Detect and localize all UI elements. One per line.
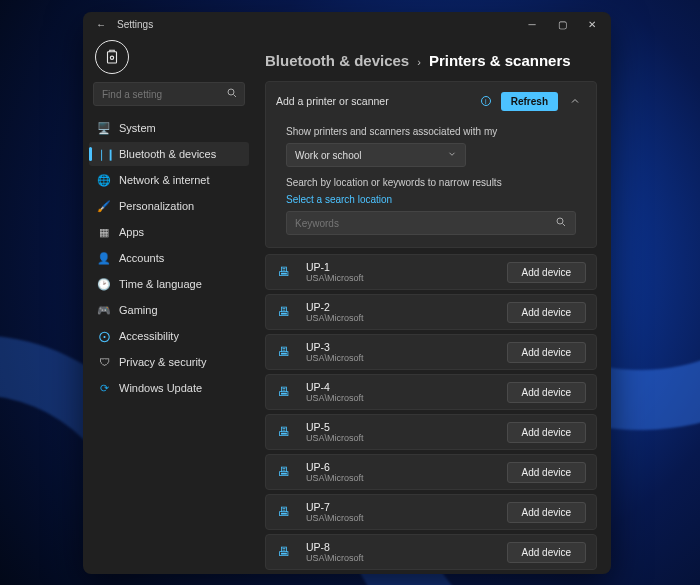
printer-icon: 🖶: [278, 545, 296, 559]
sidebar-item-windows-update[interactable]: ⟳Windows Update: [89, 376, 249, 400]
collapse-icon[interactable]: [564, 90, 586, 112]
sidebar-item-network-internet[interactable]: 🌐Network & internet: [89, 168, 249, 192]
nav-icon: 🛡: [97, 356, 111, 368]
sidebar-item-accessibility[interactable]: ⨀Accessibility: [89, 324, 249, 348]
add-printer-panel: Add a printer or scanner i Refresh Show …: [265, 81, 597, 248]
svg-rect-0: [108, 52, 117, 63]
add-device-button[interactable]: Add device: [507, 262, 586, 283]
add-printer-label: Add a printer or scanner: [276, 95, 389, 107]
nav-label: Privacy & security: [119, 356, 206, 368]
search-icon: [226, 87, 238, 101]
device-name: UP-7: [306, 501, 364, 513]
sidebar-item-apps[interactable]: ▦Apps: [89, 220, 249, 244]
chevron-right-icon: ›: [417, 56, 421, 68]
nav-icon: ⟳: [97, 382, 111, 395]
svg-point-1: [110, 56, 113, 59]
device-location: USA\Microsoft: [306, 313, 364, 323]
chevron-down-icon: [447, 149, 457, 161]
app-title: Settings: [117, 19, 153, 30]
add-device-button[interactable]: Add device: [507, 422, 586, 443]
add-device-button[interactable]: Add device: [507, 342, 586, 363]
sidebar-item-time-language[interactable]: 🕑Time & language: [89, 272, 249, 296]
sidebar-item-bluetooth-devices[interactable]: ❘❙Bluetooth & devices: [89, 142, 249, 166]
settings-window: ← Settings ─ ▢ ✕ 🖥️System❘❙Bluetooth & d…: [83, 12, 611, 574]
nav-label: Bluetooth & devices: [119, 148, 216, 160]
sidebar: 🖥️System❘❙Bluetooth & devices🌐Network & …: [83, 36, 255, 574]
page-title: Printers & scanners: [429, 52, 571, 69]
device-location: USA\Microsoft: [306, 273, 364, 283]
titlebar: ← Settings ─ ▢ ✕: [83, 12, 611, 36]
nav-label: System: [119, 122, 156, 134]
device-name: UP-1: [306, 261, 364, 273]
breadcrumb-parent[interactable]: Bluetooth & devices: [265, 52, 409, 69]
nav-label: Personalization: [119, 200, 194, 212]
device-row: 🖶 UP-5 USA\Microsoft Add device: [265, 414, 597, 450]
add-device-button[interactable]: Add device: [507, 302, 586, 323]
device-row: 🖶 UP-7 USA\Microsoft Add device: [265, 494, 597, 530]
device-location: USA\Microsoft: [306, 353, 364, 363]
nav-icon: 👤: [97, 252, 111, 265]
nav-icon: 🕑: [97, 278, 111, 291]
sidebar-item-system[interactable]: 🖥️System: [89, 116, 249, 140]
device-row: 🖶 UP-8 USA\Microsoft Add device: [265, 534, 597, 570]
dropdown-value: Work or school: [295, 150, 362, 161]
printer-icon: 🖶: [278, 345, 296, 359]
svg-point-3: [557, 218, 563, 224]
printer-icon: 🖶: [278, 505, 296, 519]
printer-icon: 🖶: [278, 305, 296, 319]
nav-icon: ⨀: [97, 330, 111, 343]
device-row: 🖶 UP-6 USA\Microsoft Add device: [265, 454, 597, 490]
device-name: UP-6: [306, 461, 364, 473]
maximize-button[interactable]: ▢: [547, 12, 577, 36]
nav-label: Time & language: [119, 278, 202, 290]
keyword-search[interactable]: [286, 211, 576, 235]
add-device-button[interactable]: Add device: [507, 542, 586, 563]
keyword-input[interactable]: [295, 218, 555, 229]
printer-icon: 🖶: [278, 465, 296, 479]
info-icon[interactable]: i: [481, 96, 491, 106]
search-label: Search by location or keywords to narrow…: [286, 177, 576, 188]
back-button[interactable]: ←: [93, 19, 109, 30]
user-avatar[interactable]: [95, 40, 129, 74]
device-location: USA\Microsoft: [306, 473, 364, 483]
nav-label: Accessibility: [119, 330, 179, 342]
nav-label: Gaming: [119, 304, 158, 316]
filter-label: Show printers and scanners associated wi…: [286, 126, 576, 137]
device-name: UP-3: [306, 341, 364, 353]
nav-icon: 🖥️: [97, 122, 111, 135]
minimize-button[interactable]: ─: [517, 12, 547, 36]
nav-icon: ❘❙: [97, 148, 111, 161]
add-device-button[interactable]: Add device: [507, 462, 586, 483]
device-location: USA\Microsoft: [306, 393, 364, 403]
breadcrumb: Bluetooth & devices › Printers & scanner…: [265, 52, 597, 69]
printer-icon: 🖶: [278, 265, 296, 279]
device-row: 🖶 UP-2 USA\Microsoft Add device: [265, 294, 597, 330]
printer-icon: 🖶: [278, 385, 296, 399]
device-name: UP-5: [306, 421, 364, 433]
select-location-link[interactable]: Select a search location: [286, 194, 576, 205]
device-location: USA\Microsoft: [306, 513, 364, 523]
main-content: Bluetooth & devices › Printers & scanner…: [255, 36, 611, 574]
device-row: 🖶 UP-4 USA\Microsoft Add device: [265, 374, 597, 410]
printer-icon: 🖶: [278, 425, 296, 439]
nav-label: Apps: [119, 226, 144, 238]
device-row: 🖶 UP-3 USA\Microsoft Add device: [265, 334, 597, 370]
sidebar-item-accounts[interactable]: 👤Accounts: [89, 246, 249, 270]
nav-list: 🖥️System❘❙Bluetooth & devices🌐Network & …: [89, 116, 249, 400]
search-icon: [555, 216, 567, 230]
search-input[interactable]: [102, 89, 222, 100]
find-setting-search[interactable]: [93, 82, 245, 106]
add-device-button[interactable]: Add device: [507, 502, 586, 523]
device-row: 🖶 UP-1 USA\Microsoft Add device: [265, 254, 597, 290]
association-dropdown[interactable]: Work or school: [286, 143, 466, 167]
sidebar-item-privacy-security[interactable]: 🛡Privacy & security: [89, 350, 249, 374]
sidebar-item-gaming[interactable]: 🎮Gaming: [89, 298, 249, 322]
add-device-button[interactable]: Add device: [507, 382, 586, 403]
refresh-button[interactable]: Refresh: [501, 92, 558, 111]
nav-icon: 🎮: [97, 304, 111, 317]
svg-point-2: [228, 89, 234, 95]
device-list: 🖶 UP-1 USA\Microsoft Add device🖶 UP-2 US…: [265, 254, 597, 574]
close-button[interactable]: ✕: [577, 12, 607, 36]
sidebar-item-personalization[interactable]: 🖌️Personalization: [89, 194, 249, 218]
avatar-icon: [103, 48, 121, 66]
